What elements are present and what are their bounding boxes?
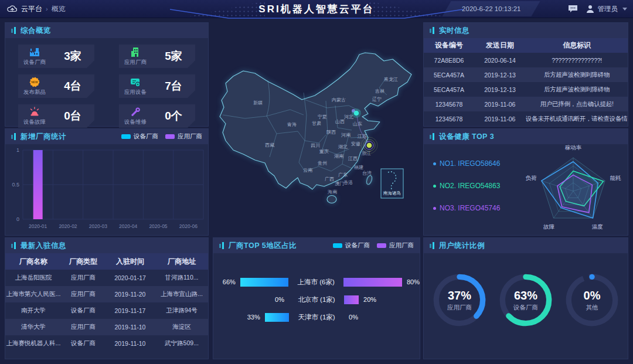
donut-percent: 37%: [448, 289, 471, 302]
factory-icon: [29, 46, 40, 58]
table-row: 上海岳阳医院 应用厂商 2020-01-17 甘河路110...: [5, 270, 208, 286]
province-label: 安徽: [351, 141, 360, 147]
cell: 2019-12-13: [474, 86, 526, 93]
right-value: 20%: [363, 296, 376, 303]
province-label: 澳门: [335, 181, 344, 186]
donut-device-vendor: 63% 设备厂商: [495, 270, 556, 331]
health-rank-label: NO1. IREGO58646: [440, 159, 500, 168]
province-label: 湖北: [338, 144, 348, 149]
tornado-row: 66% 上海市 (6家) 80%: [213, 273, 420, 291]
cell: 2019-11-10: [105, 340, 155, 347]
cell: 甘河路110...: [155, 274, 208, 282]
overview-panel: 综合概览 设备厂商 3家: [5, 22, 209, 127]
donut-percent: 63%: [514, 289, 537, 302]
x-tick: 2020-01: [29, 223, 47, 229]
donut-app-vendor: 37% 应用厂商: [429, 270, 490, 331]
radar-axis-label: 稼动率: [565, 144, 582, 151]
stat-label: 设备故障: [23, 118, 46, 126]
breadcrumb-separator: ›: [46, 5, 48, 12]
donut-label: 设备厂商: [513, 304, 538, 312]
cell: 设备厂商: [62, 307, 105, 315]
breadcrumb: 云平台 › 概览: [7, 0, 66, 18]
legend-item-app[interactable]: 应用厂商: [377, 241, 414, 250]
table-row: 上海赛悦机器人科... 设备厂商 2019-11-10 武宁路509...: [5, 335, 208, 352]
cell: 2019-11-10: [105, 324, 155, 331]
right-value: 80%: [407, 278, 420, 285]
cell: 后方超声波检测到障碍物: [526, 71, 628, 79]
radar-axis-label: 故障: [543, 223, 555, 230]
panel-title-icon: [11, 26, 16, 35]
cell: 应用厂商: [62, 323, 105, 331]
legend-swatch: [121, 134, 131, 139]
latest-info-title: 最新入驻信息: [21, 241, 66, 251]
province-label: 黑龙江: [384, 77, 398, 82]
cell: 2019-11-17: [105, 307, 155, 314]
cell: 5ECA457A: [424, 86, 474, 93]
health-rank-label: NO2. IREGO54863: [440, 182, 500, 190]
table-row: 清华大学 应用厂商 2019-11-10 海淀区: [5, 319, 208, 335]
breadcrumb-page[interactable]: 概览: [52, 4, 66, 14]
health-rank-item[interactable]: NO1. IREGO58646: [433, 159, 512, 168]
province-label: 内蒙古: [332, 97, 346, 103]
col-header: 厂商类型: [62, 257, 105, 267]
stat-label: 设备维修: [124, 118, 147, 126]
overview-titlebar: 综合概览: [5, 23, 208, 38]
x-tick: 2020-04: [119, 223, 137, 229]
user-menu[interactable]: 管理员: [598, 5, 618, 13]
cell: 2020-01-17: [105, 274, 155, 281]
map-marker[interactable]: [367, 143, 372, 148]
health-rank-item[interactable]: NO3. IREGO45746: [433, 204, 512, 212]
cell: 2020-06-14: [474, 57, 526, 64]
overview-title: 综合概览: [21, 26, 51, 36]
map-marker[interactable]: [354, 111, 359, 116]
table-row: 5ECA457A 2019-12-13 后方超声波检测到障碍物: [424, 82, 628, 97]
col-header: 发送日期: [474, 40, 526, 50]
user-stats-titlebar: 用户统计比例: [424, 238, 628, 253]
stat-tile-device-repairs: 设备维修 0个: [119, 104, 195, 128]
cell: 南开大学: [5, 307, 62, 315]
donut-other: 0% 其他: [561, 270, 622, 331]
stat-value: 0台: [51, 108, 94, 124]
cell: 2019-11-06: [474, 115, 526, 123]
tornado-row: 33% 天津市 (1家) 0%: [213, 308, 420, 326]
province-label: 吉林: [375, 89, 384, 94]
left-bar: [265, 313, 289, 322]
right-column: 实时信息 设备编号 发送日期 信息标识 72A8E8D6 2020-06-14 …: [423, 22, 628, 359]
chart-legend: 设备厂商 应用厂商: [333, 241, 414, 250]
new-product-icon: NEW: [29, 76, 40, 88]
col-header: 厂商名称: [5, 257, 62, 267]
region-label: 上海市 (6家): [288, 278, 343, 287]
left-bar: [240, 278, 289, 287]
cell: 2019-12-13: [474, 72, 526, 79]
cell: 用户已摔倒，点击确认提起!: [526, 100, 628, 108]
stat-tile-app-devices: 应用设备 7台: [119, 74, 195, 98]
cell: 武宁路509...: [155, 339, 208, 348]
province-label: 宁夏: [318, 114, 327, 120]
province-label: 山东: [353, 121, 362, 127]
cell: 卫津路94号: [155, 307, 208, 315]
breadcrumb-app[interactable]: 云平台: [21, 4, 42, 14]
chat-icon[interactable]: [568, 5, 578, 13]
stat-tiles: 设备厂商 3家 应用厂商: [5, 38, 208, 134]
user-stats-panel: 用户统计比例 37% 应用厂商: [423, 237, 628, 359]
radar-axis-label: 负荷: [526, 175, 537, 181]
panel-title-icon: [219, 241, 224, 250]
legend-item-device[interactable]: 设备厂商: [333, 241, 370, 250]
col-header: 入驻时间: [105, 257, 155, 267]
map-area: 新疆西藏青海甘肃宁夏内蒙古黑龙江吉林辽宁河北山西山东陕西河南江苏安徽湖北重庆四川…: [211, 18, 422, 237]
chevron-down-icon[interactable]: [622, 8, 627, 11]
province-label: 陕西: [326, 130, 336, 135]
tornado-row: 0% 北京市 (1家) 20%: [213, 291, 420, 308]
panel-title-icon: [430, 26, 435, 35]
realtime-title: 实时信息: [439, 26, 469, 36]
datetime: 2020-6-22 10:13:21: [462, 5, 520, 12]
province-label: 湖南: [334, 154, 344, 159]
right-value: 0%: [349, 314, 358, 321]
device-health-titlebar: 设备健康 TOP 3: [424, 129, 628, 144]
x-tick: 2020-02: [59, 223, 77, 229]
legend-label: 应用厂商: [389, 241, 414, 250]
new-vendor-bar-chart: 00.512020-012020-022020-032020-042020-05…: [5, 144, 209, 236]
hainan-island: [327, 196, 336, 203]
health-rank-item[interactable]: NO2. IREGO54863: [433, 182, 512, 190]
cell: 海淀区: [155, 323, 208, 331]
